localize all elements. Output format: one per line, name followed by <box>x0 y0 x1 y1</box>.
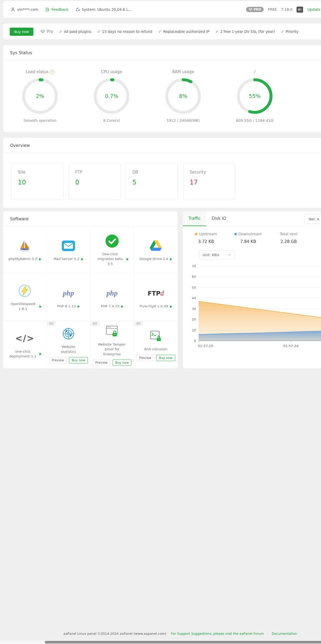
pro-badge[interactable]: PRO <box>246 7 264 12</box>
topbar-right: PRO FREE 7.18.0 A Update <box>246 1 320 18</box>
legend-downstream: Downstream 7.84 KB <box>234 232 262 244</box>
gauge-value: 0.7% <box>93 78 130 114</box>
traffic-area-chart: 01020304050607001:57:2001:57:24 <box>186 263 321 351</box>
php-icon: php <box>63 289 74 297</box>
svg-text:20: 20 <box>192 317 196 321</box>
username: vin****.com <box>17 7 38 12</box>
unit-select[interactable]: Unit: KB/s <box>199 250 234 259</box>
ftpd-icon: FTPd <box>148 289 164 297</box>
svg-text:60: 60 <box>192 275 196 279</box>
gauge-disk-root: / 55% 609.55G / 1184.41G <box>219 69 290 123</box>
docs-link[interactable]: Documentation <box>272 632 297 636</box>
gauge-caption: 609.55G / 1184.41G <box>219 118 290 123</box>
translate-button[interactable]: A <box>297 7 303 13</box>
check-icon: ✓ <box>215 29 219 34</box>
software-item-openlitespeed[interactable]: Openlitespeed 1.8.1 <box>3 274 47 321</box>
preview-button[interactable]: Preview <box>137 355 154 361</box>
run-icon[interactable] <box>81 258 83 261</box>
software-name: Anti-intrusion <box>144 347 167 352</box>
update-link[interactable]: Update <box>307 7 320 12</box>
run-icon[interactable] <box>39 258 41 261</box>
user-icon <box>11 7 15 12</box>
software-item-migration[interactable]: One-click migration beta 3.5 <box>91 226 134 274</box>
system-info[interactable]: System: Ubuntu 20.04.6 L... <box>76 7 132 12</box>
run-icon[interactable] <box>127 258 129 261</box>
software-item-pureftpd[interactable]: FTPd Pure-Ftpd 1.0.49 <box>134 274 178 321</box>
gauge-label: / <box>254 69 255 74</box>
check-circle-icon <box>105 234 119 248</box>
svg-text:01:57:20: 01:57:20 <box>198 344 213 348</box>
pro-badge-label: PRO <box>254 8 261 11</box>
software-item-tamper-proof[interactable]: AD Website Tamper-proof for Enterprise P… <box>91 321 134 368</box>
gauge-value: 55% <box>236 78 273 114</box>
copyright: aaPanel Linux panel ©2014-2024 aaPanel (… <box>63 632 166 636</box>
net-select[interactable]: Net: A <box>305 214 321 224</box>
software-name: PHP 7.4.33 <box>101 304 119 309</box>
software-item-website-statistics[interactable]: AD Website statistics Preview Buy now <box>47 321 91 368</box>
user-menu[interactable]: vin****.com <box>11 7 38 12</box>
software-name: Mail Server 5.2 <box>54 257 79 261</box>
feedback-icon <box>45 7 49 12</box>
scrollbar-thumb[interactable] <box>45 641 321 643</box>
software-item-php8[interactable]: php PHP 8.1.13 <box>47 274 91 321</box>
check-icon: ✓ <box>281 29 284 34</box>
software-item-phpmyadmin[interactable]: phpMyAdmin 5.0 <box>3 226 47 274</box>
overview-ftp[interactable]: FTP 0 <box>69 163 121 200</box>
overview-security[interactable]: Security 17 <box>183 163 235 200</box>
buy-now-button[interactable]: Buy now <box>69 357 88 363</box>
svg-text:50: 50 <box>192 286 196 289</box>
horizontal-scrollbar <box>0 640 321 644</box>
gem-icon <box>249 8 252 11</box>
help-icon[interactable]: ? <box>50 70 54 74</box>
promo-feature: ✓15 days no reason to refund <box>97 29 152 34</box>
gauge-label: RAM usage <box>172 69 194 74</box>
run-icon[interactable] <box>121 305 123 308</box>
run-icon[interactable] <box>39 305 42 308</box>
software-item-deployment[interactable]: </> one-click deployment 1.1 <box>3 321 47 368</box>
run-icon[interactable] <box>78 305 80 308</box>
ad-badge: AD <box>91 321 99 326</box>
ubuntu-icon <box>76 7 80 12</box>
overview-title: Overview <box>3 138 321 153</box>
downstream-value: 7.84 KB <box>234 239 262 244</box>
translate-icon: A <box>298 8 302 12</box>
software-item-mailserver[interactable]: Mail Server 5.2 <box>47 226 91 274</box>
gauge-value: 8% <box>165 78 202 114</box>
gauge-ram: RAM usage 8% 1912 / 24048(MB) <box>147 69 219 123</box>
buy-now-button[interactable]: Buy now <box>156 355 175 361</box>
mail-icon <box>62 240 75 251</box>
software-item-php7[interactable]: php PHP 7.4.33 <box>91 274 134 321</box>
promo-feature: ✓All paid plugins <box>59 29 91 34</box>
traffic-card: Traffic Disk IO Net: A Upstream 3.72 KB … <box>183 211 321 368</box>
preview-button[interactable]: Preview <box>49 357 67 363</box>
gauge-value: 2% <box>22 78 58 114</box>
overview-site[interactable]: Site 10 <box>11 163 63 200</box>
gauges-row: Load status? 2% Smooth operation CPU usa… <box>3 60 321 123</box>
upstream-value: 3.72 KB <box>193 239 219 244</box>
run-icon[interactable] <box>170 305 172 308</box>
system-label: System: Ubuntu 20.04.6 L... <box>82 7 132 12</box>
software-item-anti-intrusion[interactable]: AD Anti-intrusion Preview Buy now <box>134 321 178 368</box>
svg-text:40: 40 <box>192 296 196 300</box>
check-icon: ✓ <box>158 29 162 34</box>
run-icon[interactable] <box>39 353 42 355</box>
run-icon[interactable] <box>170 258 172 261</box>
support-link[interactable]: For Support Suggestions, please visit th… <box>171 632 264 636</box>
buy-now-button[interactable]: Buy now <box>113 360 132 366</box>
lightning-icon <box>18 284 32 298</box>
pro-plan-item[interactable]: Pro <box>41 29 53 34</box>
php-icon: php <box>107 289 118 297</box>
overview-db[interactable]: DB 5 <box>126 163 178 200</box>
buy-now-button[interactable]: Buy now <box>10 28 33 36</box>
gauge-load: Load status? 2% Smooth operation <box>4 69 76 123</box>
tab-traffic[interactable]: Traffic <box>183 211 206 226</box>
feedback-link[interactable]: Feedback <box>45 7 68 12</box>
sys-status-card: Sys Status Load status? 2% Smooth operat… <box>3 45 321 132</box>
tab-disk-io[interactable]: Disk IO <box>206 211 232 226</box>
overview-card: Overview Site 10 FTP 0 DB 5 Security 17 <box>3 138 321 208</box>
terminal-lock-icon <box>150 330 162 342</box>
svg-text:0: 0 <box>194 339 196 343</box>
software-item-googledrive[interactable]: Google Drive 2.4 <box>134 226 178 274</box>
preview-button[interactable]: Preview <box>93 360 110 366</box>
gauge-cpu: CPU usage 0.7% 8 Core(s) <box>76 69 147 123</box>
